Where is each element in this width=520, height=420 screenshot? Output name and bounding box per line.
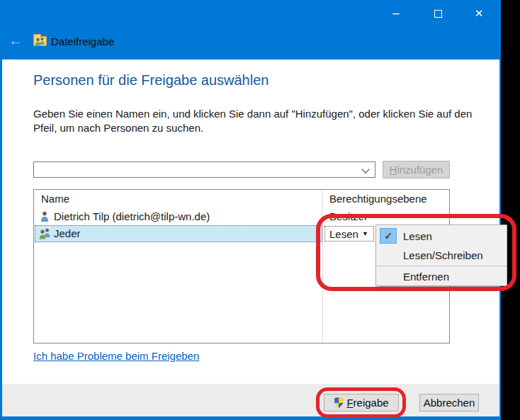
chevron-down-icon[interactable]	[361, 165, 369, 173]
maximize-button[interactable]	[428, 4, 448, 23]
menu-item-lesen-schreiben[interactable]: Lesen/Schreiben	[376, 246, 507, 265]
minimize-icon: –	[392, 6, 399, 21]
file-sharing-icon	[33, 33, 47, 47]
person-name: Dietrich Tilp (dietrich@tilp-wn.de)	[54, 210, 210, 222]
window-title: Dateifreigabe	[51, 35, 114, 47]
column-header-name[interactable]: Name	[41, 193, 69, 205]
back-arrow-icon: ←	[9, 33, 23, 49]
person-name-input[interactable]	[35, 163, 354, 176]
column-header-permission[interactable]: Berechtigungsebene	[329, 193, 427, 205]
titlebar	[0, 0, 501, 59]
cancel-button[interactable]: Abbrechen	[419, 394, 479, 412]
close-button[interactable]: ✕	[469, 4, 489, 23]
permission-value: Lesen	[329, 228, 358, 240]
permission-dropdown[interactable]: Lesen ▼	[324, 226, 374, 242]
permission-level: Besitzer	[329, 210, 368, 222]
footer-bar: Freigabe Abbrechen	[2, 384, 499, 416]
group-icon	[38, 227, 51, 239]
page-title: Personen für die Freigabe auswählen	[33, 72, 269, 89]
sharing-problems-link[interactable]: Ich habe Probleme beim Freigeben	[33, 350, 199, 362]
list-row-owner[interactable]: Dietrich Tilp (dietrich@tilp-wn.de) Besi…	[34, 208, 449, 225]
add-button-label: Hinzufügen	[390, 164, 443, 176]
minimize-button[interactable]: –	[386, 4, 406, 23]
permission-menu: ✓ Lesen Lesen/Schreiben Entfernen	[375, 225, 507, 286]
window-border-bottom	[0, 416, 501, 420]
menu-separator	[376, 266, 507, 266]
file-sharing-window: – ✕ ← Dateifreigabe Personen für die Fre…	[0, 0, 501, 420]
menu-item-entfernen[interactable]: Entfernen	[376, 267, 507, 286]
back-button[interactable]: ←	[6, 31, 25, 50]
instructions-text: Geben Sie einen Namen ein, und klicken S…	[33, 107, 481, 135]
maximize-icon	[434, 10, 442, 18]
close-icon: ✕	[475, 7, 484, 20]
menu-item-lesen[interactable]: ✓ Lesen	[376, 227, 507, 246]
share-button-label: Freigabe	[346, 397, 388, 409]
screenshot-stage: – ✕ ← Dateifreigabe Personen für die Fre…	[0, 0, 520, 420]
shared-people-icon	[35, 37, 45, 45]
person-icon	[38, 210, 51, 222]
person-combobox[interactable]	[33, 161, 375, 178]
window-border-right	[499, 0, 501, 420]
uac-shield-icon	[334, 397, 344, 409]
share-button[interactable]: Freigabe	[324, 394, 399, 412]
checkmark-icon: ✓	[380, 228, 397, 244]
dropdown-arrow-icon: ▼	[362, 230, 368, 237]
window-border-left	[0, 0, 2, 420]
cancel-button-label: Abbrechen	[424, 397, 475, 409]
add-button[interactable]: Hinzufügen	[383, 161, 450, 178]
person-name: Jeder	[54, 227, 81, 239]
